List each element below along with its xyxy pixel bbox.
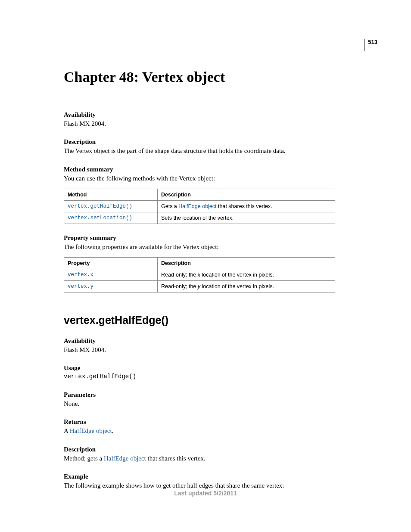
- property-link[interactable]: vertex.y: [64, 281, 158, 292]
- section-example-text: The following example shows how to get o…: [64, 481, 372, 490]
- method-summary-intro: You can use the following methods with t…: [64, 174, 372, 183]
- desc-text: Gets a: [161, 203, 178, 209]
- section-availability-text: Flash MX 2004.: [64, 345, 372, 354]
- section-parameters-text: None.: [64, 399, 372, 408]
- section-returns-text: A HalfEdge object.: [64, 426, 372, 435]
- desc-text: Read-only; the: [161, 272, 198, 278]
- desc-text: Read-only; the: [161, 283, 198, 289]
- table-row: vertex.x Read-only; the x location of th…: [64, 269, 335, 281]
- halfedge-link[interactable]: HalfEdge object: [70, 427, 112, 434]
- page: 513 Chapter 48: Vertex object Availabili…: [0, 0, 411, 519]
- returns-post: .: [112, 427, 114, 434]
- chapter-title: Chapter 48: Vertex object: [64, 69, 372, 85]
- page-footer: Last updated 5/2/2011: [0, 490, 411, 497]
- description-heading: Description: [64, 138, 372, 146]
- method-summary-heading: Method summary: [64, 166, 372, 173]
- table-header-row: Method Description: [64, 189, 335, 200]
- method-link[interactable]: vertex.setLocation(): [64, 212, 158, 224]
- method-description: Gets a HalfEdge object that shares this …: [158, 200, 335, 212]
- table-header-row: Property Description: [64, 258, 335, 269]
- section-description-heading: Description: [64, 446, 372, 453]
- availability-text: Flash MX 2004.: [64, 119, 372, 128]
- desc-post: that shares this vertex.: [146, 455, 206, 462]
- method-link[interactable]: vertex.getHalfEdge(): [64, 200, 158, 212]
- property-link[interactable]: vertex.x: [64, 269, 158, 281]
- property-summary-heading: Property summary: [64, 234, 372, 242]
- section-usage-code: vertex.getHalfEdge(): [64, 373, 372, 381]
- property-summary-table: Property Description vertex.x Read-only;…: [64, 257, 335, 292]
- section-availability-heading: Availability: [64, 337, 372, 345]
- property-header: Property: [64, 258, 158, 269]
- section-title: vertex.getHalfEdge(): [64, 314, 372, 327]
- section-usage-heading: Usage: [64, 364, 372, 372]
- property-description: Read-only; the y location of the vertex …: [158, 281, 335, 292]
- table-row: vertex.setLocation() Sets the location o…: [64, 212, 335, 224]
- page-number: 513: [368, 39, 377, 45]
- section-parameters-heading: Parameters: [64, 391, 372, 398]
- halfedge-link[interactable]: HalfEdge object: [104, 455, 146, 462]
- table-row: vertex.y Read-only; the y location of th…: [64, 281, 335, 292]
- returns-pre: A: [64, 427, 70, 434]
- method-summary-table: Method Description vertex.getHalfEdge() …: [64, 189, 335, 224]
- page-number-container: 513: [364, 39, 377, 51]
- section-example-heading: Example: [64, 473, 372, 480]
- desc-text: location of the vertex in pixels.: [200, 283, 274, 289]
- description-header: Description: [158, 189, 335, 200]
- halfedge-link[interactable]: HalfEdge object: [178, 203, 216, 209]
- section-returns-heading: Returns: [64, 418, 372, 426]
- desc-pre: Method; gets a: [64, 455, 104, 462]
- method-description: Sets the location of the vertex.: [158, 212, 335, 224]
- description-text: The Vertex object is the part of the sha…: [64, 146, 372, 155]
- property-description: Read-only; the x location of the vertex …: [158, 269, 335, 281]
- desc-text: location of the vertex in pixels.: [200, 272, 274, 278]
- table-row: vertex.getHalfEdge() Gets a HalfEdge obj…: [64, 200, 335, 212]
- desc-text: that shares this vertex.: [217, 203, 272, 209]
- description-header: Description: [158, 258, 335, 269]
- availability-heading: Availability: [64, 111, 372, 118]
- property-summary-intro: The following properties are available f…: [64, 243, 372, 251]
- section-description-text: Method; gets a HalfEdge object that shar…: [64, 454, 372, 463]
- method-header: Method: [64, 189, 158, 200]
